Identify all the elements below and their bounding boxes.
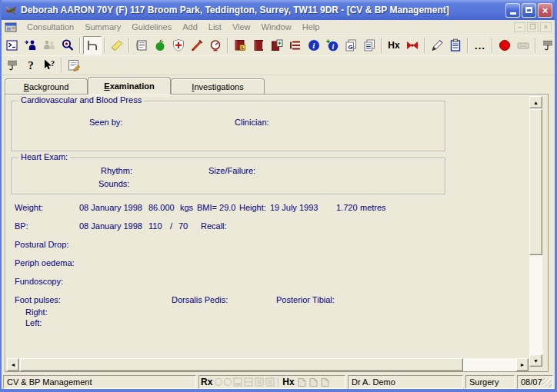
history-button[interactable]: Hx [385,36,403,55]
docked-panel-icon [541,38,555,52]
vertical-scroll-thumb[interactable] [529,109,542,255]
weight-unit: kgs [180,203,193,212]
scroll-right-button[interactable]: ► [516,358,529,371]
bp-label: BP: [15,221,28,231]
menu-add[interactable]: Add [177,22,203,32]
horizontal-scroll-thumb[interactable] [20,358,463,371]
close-button[interactable]: × [538,3,552,18]
bp-systolic: 110 [148,221,162,231]
journal-button[interactable] [132,36,151,55]
ellipsis-icon: ... [475,40,485,51]
title-bar: Deborah AARON 70Y (F) 117 Broom Park, Te… [2,0,555,20]
information-button[interactable]: i [305,36,323,55]
information-icon: i [307,38,321,52]
horizontal-scrollbar[interactable]: ◄ ► [7,358,529,371]
help-button[interactable]: ? [22,56,40,75]
postural-drop-label: Postural Drop: [15,240,68,249]
record-consultation-button[interactable] [495,36,514,55]
docked-panel-button[interactable] [539,36,557,55]
menu-summary[interactable]: Summary [79,22,126,32]
weight-date: 08 January 1998 [79,203,142,212]
keyboard-button[interactable] [514,36,532,55]
family-button[interactable] [40,36,58,55]
rx-icon: Rx [201,377,212,387]
toolbar-separator [61,58,62,73]
red-list-button[interactable] [286,36,305,55]
gauge-icon [208,38,222,52]
record-icon [498,38,512,52]
apple-diet-button[interactable] [151,36,169,55]
tab-strip: Background Examination Investigations [2,75,555,94]
bow-referral-icon [405,38,419,52]
clipboard-icon [449,38,462,52]
maximize-button[interactable] [522,3,536,18]
scroll-left-button[interactable]: ◄ [7,358,19,371]
menu-consultation[interactable]: Consultation [22,22,79,32]
help-icon: ? [28,59,34,72]
tab-investigations-label: nvestigations [194,82,243,91]
toolbar-separator [467,38,469,53]
tab-background[interactable]: Background [5,78,88,94]
status-location-panel: Surgery [465,375,515,389]
repeat-medication-icon [320,377,330,387]
tab-background-accesskey: B [24,82,29,91]
status-icons-panel: Rx Hx [198,375,345,389]
location-text: Surgery [469,377,499,387]
menu-view[interactable]: View [227,22,256,32]
template-editor-icon [67,58,81,72]
find-patient-button[interactable] [22,36,40,55]
note-eraser-button[interactable] [108,36,126,55]
laboratory-book-icon: L [233,38,247,52]
mdi-close-button[interactable]: × [540,22,552,32]
clipboard-notes-button[interactable] [446,36,465,55]
height-unit: metres [360,203,386,212]
app-logo-icon [5,4,18,17]
select-patient-button[interactable] [3,36,22,55]
red-book-button[interactable] [249,36,268,55]
tab-examination[interactable]: Examination [88,77,171,95]
mdi-restore-button[interactable]: ❐ [527,22,539,32]
context-help-button[interactable]: ? [40,56,58,75]
tab-examination-label: xamination [110,81,155,91]
grid-pages-button[interactable] [360,36,379,55]
maximize-icon [525,7,532,13]
examination-couch-button[interactable] [83,36,102,55]
new-entry-book-button[interactable] [268,36,286,55]
menu-help[interactable]: Help [297,22,325,32]
svg-text:G: G [349,44,353,51]
journal-icon [135,38,148,52]
more-options-button[interactable]: ... [471,36,489,55]
status-doctor-panel: Dr A. Demo [348,375,463,389]
vertical-scrollbar[interactable]: ▲ ▼ [529,96,542,367]
menu-window[interactable]: Window [256,22,297,32]
laboratory-book-button[interactable]: L [231,36,249,55]
pen-button[interactable] [428,36,446,55]
pen-icon [430,38,444,52]
scroll-down-button[interactable]: ▼ [529,354,542,367]
menu-list[interactable]: List [203,22,227,32]
tab-investigations[interactable]: Investigations [171,78,265,94]
size-failure-label: Size/Failure: [208,166,255,175]
referral-bow-button[interactable] [403,36,422,55]
search-patient-button[interactable] [58,36,77,55]
gauge-button[interactable] [206,36,225,55]
first-aid-button[interactable] [169,36,188,55]
weight-value: 86.000 [148,203,175,212]
issue-page-icon [233,377,242,387]
injection-button[interactable] [188,36,206,55]
tab-examination-accesskey: E [104,81,109,91]
menu-guidelines[interactable]: Guidelines [126,22,177,32]
toolbar-main: L i i G Hx [2,35,555,55]
mdi-minimize-button[interactable]: – [514,22,525,32]
examination-page: Cardiovascular and Blood Press Seen by: … [5,94,549,372]
guidelines-pages-icon: G [344,38,358,52]
minimize-button[interactable] [505,3,520,18]
scroll-up-button[interactable]: ▲ [529,96,542,108]
status-bar: CV & BP Management Rx Hx Dr A. Demo Surg… [2,374,555,389]
guidelines-pages-button[interactable]: G [342,36,360,55]
template-editor-button[interactable] [65,56,83,75]
add-information-button[interactable]: i [323,36,342,55]
docked-panel-button-2[interactable] [3,56,22,75]
resize-grip[interactable] [542,378,552,387]
grid-pages-icon [362,38,376,52]
